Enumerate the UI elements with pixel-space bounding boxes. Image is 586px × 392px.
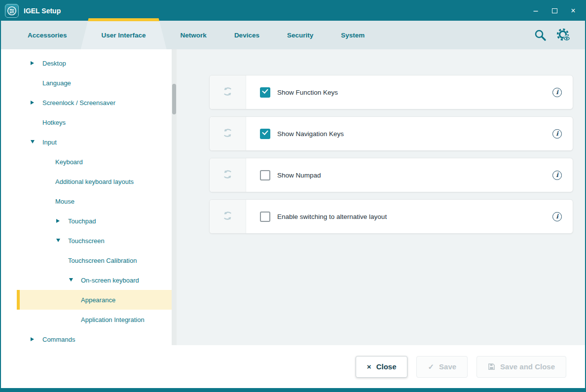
sidebar-item-touchscreen[interactable]: Touchscreen (17, 231, 172, 250)
close-icon: × (367, 363, 371, 370)
chevron-right-icon[interactable] (31, 337, 34, 341)
sidebar-item-label: Language (17, 79, 71, 87)
sidebar-item-application-integration[interactable]: Application Integration (17, 310, 172, 329)
chevron-down-icon[interactable] (31, 140, 35, 143)
sidebar-item-mouse[interactable]: Mouse (17, 191, 172, 211)
info-icon[interactable]: i (552, 212, 562, 221)
scrollbar-thumb[interactable] (172, 84, 176, 114)
sidebar-item-input[interactable]: Input (17, 132, 172, 152)
sidebar-item-additional-keyboard-layouts[interactable]: Additional keyboard layouts (17, 172, 172, 191)
close-button[interactable]: × Close (356, 356, 408, 378)
bottom-accent-strip (1, 388, 585, 391)
sidebar-item-label: Hotkeys (17, 119, 66, 126)
sidebar-item-touchpad[interactable]: Touchpad (17, 211, 172, 231)
window-controls: – × (530, 4, 579, 17)
window-title: IGEL Setup (24, 7, 530, 15)
sidebar-item-commands[interactable]: Commands (17, 329, 172, 345)
save-button-label: Save (439, 362, 456, 371)
footer-bar: × Close ✓ Save Save and Close (1, 345, 585, 388)
minimize-button[interactable]: – (530, 4, 542, 17)
reset-parameter-cell[interactable] (210, 200, 246, 233)
sidebar-item-label: Touchscreen Calibration (17, 257, 137, 264)
sidebar-item-screenlock-screensaver[interactable]: Screenlock / Screensaver (17, 93, 172, 112)
checkbox-show-navigation-keys[interactable] (260, 129, 270, 139)
checkbox-show-function-keys[interactable] (260, 87, 270, 98)
check-icon: ✓ (428, 363, 434, 370)
floppy-disk-icon (488, 363, 495, 370)
setup-options-gear-icon[interactable] (556, 28, 570, 42)
setting-row-show-function-keys: Show Function Keysi (209, 75, 573, 109)
sync-icon[interactable] (221, 85, 234, 100)
sidebar-item-label: Touchscreen (17, 237, 105, 245)
tab-bar: AccessoriesUser InterfaceNetworkDevicesS… (1, 21, 585, 49)
igel-logo-icon (5, 4, 19, 18)
chevron-right-icon[interactable] (56, 219, 60, 223)
sidebar-item-hotkeys[interactable]: Hotkeys (17, 112, 172, 132)
igel-setup-window: IGEL Setup – × AccessoriesUser Interface… (0, 0, 586, 392)
reset-parameter-cell[interactable] (210, 75, 246, 109)
setting-label: Show Navigation Keys (277, 130, 552, 138)
sidebar-item-language[interactable]: Language (17, 73, 172, 93)
titlebar: IGEL Setup – × (1, 1, 585, 21)
sync-icon[interactable] (221, 210, 234, 224)
tab-devices[interactable]: Devices (220, 21, 273, 49)
sidebar-item-label: On-screen keyboard (17, 277, 139, 284)
sidebar-item-label: Application Integration (17, 316, 145, 323)
sidebar-item-label: Commands (17, 336, 75, 343)
chevron-right-icon[interactable] (31, 101, 34, 105)
info-icon[interactable]: i (552, 88, 562, 97)
reset-parameter-cell[interactable] (210, 117, 246, 150)
sidebar-item-desktop[interactable]: Desktop (17, 53, 172, 73)
chevron-down-icon[interactable] (56, 239, 60, 242)
maximize-icon (552, 8, 557, 13)
tab-actions (534, 21, 585, 49)
chevron-right-icon[interactable] (31, 61, 34, 65)
tab-security[interactable]: Security (273, 21, 327, 49)
settings-panel: Show Function KeysiShow Navigation Keysi… (177, 49, 585, 345)
sidebar-item-label: Mouse (17, 198, 74, 205)
setting-label: Show Numpad (277, 172, 552, 179)
chevron-down-icon[interactable] (69, 278, 73, 282)
tab-accessories[interactable]: Accessories (14, 21, 81, 49)
setting-row-show-numpad: Show Numpadi (209, 158, 573, 192)
setting-row-show-navigation-keys: Show Navigation Keysi (209, 116, 573, 151)
close-window-button[interactable]: × (567, 4, 579, 17)
save-and-close-button[interactable]: Save and Close (476, 356, 566, 378)
setting-label: Show Function Keys (277, 89, 552, 96)
main-body: DesktopLanguageScreenlock / ScreensaverH… (1, 49, 585, 345)
info-icon[interactable]: i (552, 171, 562, 180)
save-and-close-button-label: Save and Close (500, 362, 555, 371)
sidebar-item-touchscreen-calibration[interactable]: Touchscreen Calibration (17, 250, 172, 270)
info-icon[interactable]: i (552, 129, 562, 139)
sidebar-item-label: Appearance (20, 296, 115, 304)
sidebar-item-on-screen-keyboard[interactable]: On-screen keyboard (17, 270, 172, 290)
sidebar-tree: DesktopLanguageScreenlock / ScreensaverH… (1, 49, 172, 345)
close-button-label: Close (376, 362, 397, 371)
tab-list: AccessoriesUser InterfaceNetworkDevicesS… (14, 21, 378, 49)
sidebar-scrollbar[interactable] (172, 49, 177, 345)
checkbox-enable-switching-to-alternative-layout[interactable] (260, 212, 270, 222)
sidebar-item-label: Input (17, 139, 57, 146)
setting-label: Enable switching to alternative layout (277, 213, 552, 220)
sidebar-item-keyboard[interactable]: Keyboard (17, 152, 172, 172)
setting-row-enable-switching-to-alternative-layout: Enable switching to alternative layouti (209, 199, 573, 234)
maximize-button[interactable] (549, 4, 560, 17)
tab-user-interface[interactable]: User Interface (81, 18, 167, 49)
reset-parameter-cell[interactable] (210, 158, 246, 192)
sidebar-item-label: Desktop (17, 60, 66, 67)
checkbox-show-numpad[interactable] (260, 170, 270, 180)
sidebar-item-label: Keyboard (17, 158, 83, 166)
sidebar-item-label: Additional keyboard layouts (17, 178, 134, 185)
sync-icon[interactable] (221, 168, 234, 182)
save-button[interactable]: ✓ Save (416, 356, 468, 378)
tab-network[interactable]: Network (167, 21, 220, 49)
search-icon[interactable] (534, 29, 547, 41)
sidebar-item-appearance[interactable]: Appearance (17, 290, 172, 310)
tab-system[interactable]: System (327, 21, 378, 49)
sync-icon[interactable] (221, 127, 234, 141)
